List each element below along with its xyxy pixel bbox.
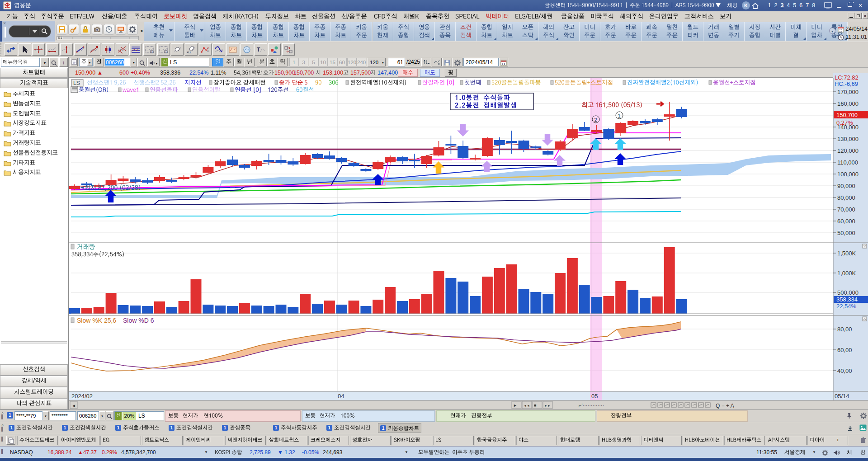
svg-text:4: 4	[165, 51, 167, 53]
svg-text:◄: ◄	[71, 403, 76, 408]
svg-text:■: ■	[534, 403, 536, 408]
svg-text:70,000: 70,000	[837, 206, 855, 213]
svg-text:110,000: 110,000	[837, 159, 858, 166]
svg-text:LS: LS	[73, 80, 80, 86]
svg-text:Q − + A: Q − + A	[716, 403, 734, 409]
svg-text:◄◄: ◄◄	[524, 404, 530, 407]
svg-text:04: 04	[338, 393, 344, 400]
svg-text:HC:-6,69: HC:-6,69	[835, 80, 858, 87]
svg-text:150,700: 150,700	[836, 112, 858, 118]
svg-text:1,000K: 1,000K	[837, 270, 856, 277]
svg-text:90,000: 90,000	[837, 183, 855, 189]
svg-text:2: 2	[594, 117, 597, 122]
svg-text:►: ►	[513, 403, 517, 408]
svg-text:Slow %D 6: Slow %D 6	[123, 317, 154, 324]
svg-text:05: 05	[591, 393, 598, 400]
svg-text:1: 1	[618, 113, 621, 118]
svg-text:130,000: 130,000	[837, 136, 859, 142]
svg-text:22,54%: 22,54%	[836, 303, 857, 310]
svg-text:100,000: 100,000	[837, 171, 859, 178]
svg-text:►►: ►►	[544, 404, 551, 407]
svg-text:80,00: 80,00	[837, 326, 852, 333]
svg-text:80,000: 80,000	[837, 194, 855, 201]
svg-text:⌐'·············: ⌐'·············	[579, 403, 604, 408]
svg-text:160,000: 160,000	[837, 100, 859, 107]
svg-text:T: T	[257, 47, 260, 53]
svg-text:60,00: 60,00	[837, 347, 852, 353]
svg-text:ALL: ALL	[187, 51, 192, 54]
svg-text:500,000: 500,000	[837, 289, 859, 296]
svg-text:0,27%: 0,27%	[836, 119, 853, 126]
svg-text:05/14: 05/14	[835, 393, 849, 400]
svg-text:60,000: 60,000	[837, 218, 855, 225]
svg-text:358,334: 358,334	[836, 296, 858, 303]
svg-text:2024/02: 2024/02	[71, 393, 93, 400]
svg-text:LC:72,82: LC:72,82	[835, 74, 859, 81]
svg-text:3: 3	[151, 51, 153, 53]
svg-text:50,000: 50,000	[837, 230, 855, 236]
svg-text:Slow %K 25,6: Slow %K 25,6	[77, 317, 116, 324]
svg-text:40,00: 40,00	[837, 367, 852, 374]
svg-text:1,500K: 1,500K	[837, 250, 856, 257]
svg-text:170,000: 170,000	[837, 89, 859, 95]
svg-text:120,000: 120,000	[837, 147, 859, 154]
